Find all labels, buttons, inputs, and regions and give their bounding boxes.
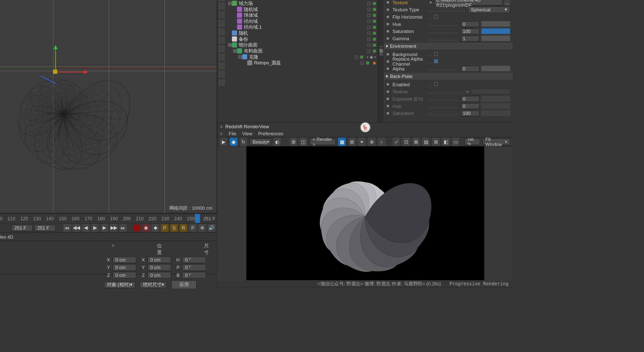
to-start-button[interactable]: ⏮	[63, 224, 71, 232]
rv-tool-icon[interactable]: ⊞	[348, 138, 355, 146]
sound-button[interactable]: 🔊	[208, 224, 215, 232]
rv-render-button[interactable]: ▶	[220, 138, 227, 146]
rv-tool-icon[interactable]: ⊠	[412, 138, 420, 146]
to-end-button[interactable]: ⏭	[119, 224, 127, 232]
rv-tool-icon[interactable]: ⊞	[290, 138, 297, 146]
key-opt-button[interactable]: P	[189, 224, 196, 232]
rv-tool-icon[interactable]: ◫	[300, 138, 307, 146]
rv-tool-icon[interactable]: ⊡	[403, 138, 410, 146]
key-opt-button[interactable]: S	[170, 224, 178, 232]
object-row[interactable]: ⊞ 细分曲面	[226, 42, 378, 48]
next-frame-button[interactable]: ▶	[101, 224, 108, 232]
coord-mode-a[interactable]: 对象 (相对) ▾	[104, 281, 136, 288]
prev-key-button[interactable]: ◀◀	[72, 224, 80, 232]
rv-menu-item[interactable]: Preferences	[258, 131, 283, 136]
rv-tool-icon[interactable]: ▤	[422, 138, 430, 146]
coordinate-panel: ≡ 位置 尺寸 旋转 X0 cm X0 cm H0 °Y0 cm Y0 cm P…	[0, 241, 217, 274]
objbar-icon[interactable]	[218, 62, 225, 69]
objbar-icon[interactable]	[218, 79, 225, 86]
svg-line-37	[64, 113, 84, 157]
end-frame-field[interactable]: 251 F	[11, 224, 32, 231]
rv-refresh-button[interactable]: ↻	[240, 138, 247, 146]
objbar-icon[interactable]	[218, 37, 225, 44]
object-row[interactable]: 随机域	[226, 6, 378, 12]
rv-ipr-button[interactable]: ◉	[230, 138, 237, 146]
objbar-icon[interactable]	[218, 28, 225, 35]
rv-menu-item[interactable]: File	[229, 131, 236, 136]
playback-bar: 1 F 1 F 251 F 251 F ⏮ ◀◀ ◀ ▶ ▶ ▶▶ ⏭ ◉ ◆ …	[0, 223, 217, 232]
objbar-icon[interactable]	[218, 11, 225, 18]
attr-row: Exposure (EV)0	[387, 95, 510, 102]
total-frame-field[interactable]: 251 F	[34, 224, 55, 231]
objbar-icon[interactable]	[218, 54, 225, 61]
objbar-icon[interactable]	[218, 0, 225, 1]
rv-tool-icon[interactable]: ⊕	[368, 138, 375, 146]
object-row[interactable]: 球体域	[226, 12, 378, 18]
attr-row: Saturation100	[387, 27, 510, 35]
key-opt-button[interactable]: ⊕	[198, 224, 206, 232]
attr-row: Hue0	[387, 20, 510, 28]
rv-fit-dropdown[interactable]: Fit Window ▾	[482, 138, 510, 145]
rv-tool-icon[interactable]: ◐	[273, 138, 281, 146]
attr-row: Flip Horizontal	[387, 13, 510, 20]
play-button[interactable]: ▶	[91, 224, 99, 232]
object-row[interactable]: 径向域	[226, 18, 378, 24]
rv-tool-icon[interactable]: ○	[378, 138, 385, 146]
svg-line-15	[64, 91, 108, 134]
render-frame	[246, 146, 484, 280]
object-row[interactable]: 随机	[226, 30, 378, 36]
timeline[interactable]: 0102030405060708090100110120130140150160…	[0, 213, 217, 223]
rv-buffer-dropdown[interactable]: < Render >	[309, 138, 336, 145]
object-row[interactable]: 径向域.1	[226, 24, 378, 30]
prev-frame-button[interactable]: ◀	[82, 224, 90, 232]
objbar-icon[interactable]	[218, 71, 225, 78]
object-row[interactable]: Retopo_圆盘 ◆	[226, 60, 378, 66]
attr-row: Saturation100	[387, 109, 510, 117]
attr-row: Enabled	[387, 81, 510, 88]
svg-line-46	[50, 114, 84, 155]
key-button[interactable]: ◆	[152, 224, 159, 232]
attr-row: Hue0	[387, 102, 510, 110]
collapsed-panel-tab[interactable]: 构造 | 层	[378, 0, 384, 122]
key-opt-button[interactable]: P	[161, 224, 169, 232]
object-row[interactable]: ⊟ 域力场	[226, 0, 378, 6]
coord-mode-b[interactable]: 绝对尺寸 ▾	[140, 281, 167, 288]
attr-row: Alpha0	[387, 65, 510, 72]
timeline-cursor[interactable]	[195, 214, 200, 223]
model-wireframe	[0, 19, 149, 201]
rv-menu-item[interactable]: View	[242, 131, 252, 136]
timeline-frame: 251 F	[203, 216, 215, 221]
render-status-bar: <微信公众号: 野鹿志> 微博: 野鹿志 作者: 马鹿野郎> (0.26s) P…	[217, 280, 513, 287]
rv-tool-icon[interactable]: ⤢	[393, 138, 400, 146]
matmenu-item[interactable]: Cycles 4D	[0, 234, 13, 239]
svg-line-88	[30, 92, 64, 121]
next-key-button[interactable]: ▶▶	[110, 224, 117, 232]
object-row[interactable]: ⊞ 布料曲面	[226, 48, 378, 54]
key-opt-button[interactable]: R	[180, 224, 187, 232]
rv-aov-dropdown[interactable]: Beauty ▾	[250, 138, 271, 145]
rv-tool-icon[interactable]: ▭	[452, 138, 459, 146]
object-panel-iconbar	[217, 0, 226, 122]
object-row[interactable]: 备份	[226, 36, 378, 42]
apply-button[interactable]: 应用	[171, 280, 197, 289]
material-menu: ≡ 创建 编辑 查看 选择 材质 纹理 Cycles 4D	[0, 232, 217, 241]
attr-row: Gamma1	[387, 35, 510, 42]
object-row[interactable]: ⊟ 克隆 ▪ ◆ ▪	[226, 54, 378, 60]
rv-tool-icon[interactable]: ◧	[442, 138, 450, 146]
objbar-icon[interactable]	[218, 45, 225, 52]
svg-line-78	[24, 106, 64, 123]
objbar-icon[interactable]	[218, 20, 225, 27]
rv-zoom-field[interactable]: 185 %	[464, 138, 480, 145]
viewport[interactable]: 透视视图 RS 摄像机 ▤ ✦ Number of emitters: 0Tot…	[0, 0, 217, 213]
rv-tool-icon[interactable]: ▦	[338, 138, 346, 146]
record-button[interactable]	[133, 224, 140, 232]
logo-badge: 🦌	[359, 122, 371, 133]
rv-tool-icon[interactable]: ⊞	[432, 138, 439, 146]
svg-line-27	[64, 105, 102, 154]
svg-line-7	[64, 93, 116, 123]
autokey-button[interactable]: ◉	[142, 224, 150, 232]
object-list[interactable]: RS Dome Light ·· ◐ ⊟ 空白 RS 摄像机 力 ⊟ 域力场 随…	[226, 0, 378, 122]
render-viewport[interactable]	[217, 146, 513, 280]
objbar-icon[interactable]	[218, 3, 225, 10]
rv-tool-icon[interactable]: ✶	[358, 138, 365, 146]
